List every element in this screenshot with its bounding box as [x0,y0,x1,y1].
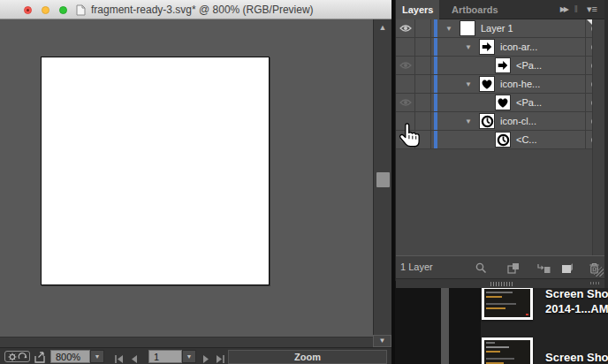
disclosure-triangle-icon[interactable]: ▼ [463,75,474,94]
visibility-toggle[interactable] [396,75,415,93]
layer-thumbnail[interactable] [479,113,495,129]
eye-icon [399,24,412,33]
layer-thumbnail[interactable] [479,39,495,55]
file-thumbnail[interactable] [482,286,533,320]
new-sublayer-icon[interactable] [537,262,551,277]
new-layer-icon[interactable] [561,262,573,277]
disclosure-triangle-icon[interactable]: ▼ [463,38,474,57]
locate-object-icon[interactable] [475,262,487,277]
export-icon[interactable] [34,351,46,364]
panel-scrollbar-track[interactable] [592,19,604,255]
heart-icon [481,79,493,90]
layer-row[interactable]: ▼ icon-ar... [396,38,604,57]
document-icon [76,4,86,19]
layer-name[interactable]: icon-he... [500,79,540,89]
artboard[interactable] [41,57,270,285]
panel-edge [604,0,608,288]
layer-row[interactable]: ▼ Layer 1 [396,19,604,38]
panel-menu-icon[interactable]: ▾≡ [587,0,597,19]
layer-name[interactable]: <Pa... [516,97,542,108]
workspace-gear-button[interactable] [4,351,30,362]
canvas-area[interactable] [0,19,373,337]
desktop-file-item[interactable]: Screen Shot 2014-1...AM [482,286,608,336]
layer-row[interactable]: <Pa... [396,94,604,112]
layer-name[interactable]: icon-ar... [500,42,537,52]
selection-bar [434,94,437,111]
panel-tab-bar: Layers Artboards ▶▶ ‖ ▾≡ [396,0,604,19]
last-artboard-button[interactable] [215,352,226,361]
tab-artboards[interactable]: Artboards [445,0,505,19]
file-name[interactable]: Screen Shot 2014-1...AM [545,286,608,316]
collapse-panels-icon[interactable]: ▶▶ [560,0,567,19]
visibility-toggle[interactable] [396,57,415,74]
zoom-level-field[interactable]: 800% [50,350,90,363]
current-tool-status[interactable]: Zoom [228,350,387,364]
layer-thumbnail[interactable] [495,57,511,73]
panel-resize-grip[interactable] [594,267,604,277]
horizontal-scrollbar[interactable] [0,337,373,347]
artboard-dropdown-button[interactable]: ▼ [182,350,196,363]
layers-list: ▼ Layer 1 ▼ icon-ar... [396,19,604,149]
layer-row[interactable]: <C... [396,131,604,149]
finder-window-fragment [391,281,481,364]
layer-name[interactable]: <Pa... [516,60,542,71]
layer-thumbnail[interactable] [479,76,495,92]
lock-toggle[interactable] [415,19,431,37]
disclosure-triangle-icon[interactable]: ▼ [444,19,454,38]
vertical-scrollbar[interactable]: ▲ ▼ [373,19,391,347]
selection-bar [434,19,437,37]
minimize-button[interactable] [42,6,49,14]
layer-thumbnail[interactable] [460,20,475,36]
arrow-right-icon [481,41,493,53]
illustrator-document-window: fragment-ready-3.svg* @ 800% (RGB/Previe… [0,0,395,364]
visibility-toggle[interactable] [396,94,415,111]
file-name[interactable]: Screen Shot [545,350,608,364]
gears-icon [8,353,27,361]
visibility-toggle[interactable] [396,19,415,37]
close-button[interactable] [24,6,32,14]
lock-toggle[interactable] [415,38,431,56]
make-clipping-mask-icon[interactable] [507,262,520,277]
artboard-number-field[interactable]: 1 [148,350,182,363]
visibility-toggle[interactable] [396,38,415,56]
layer-row[interactable]: ▼ icon-cl... [396,112,604,131]
layer-name[interactable]: Layer 1 [481,23,513,34]
heart-icon [497,97,509,109]
layers-panel-footer: 1 Layer [396,255,604,278]
selection-bar [434,75,437,93]
window-titlebar[interactable]: fragment-ready-3.svg* @ 800% (RGB/Previe… [0,0,391,19]
selection-bar [434,131,437,148]
drag-dots-icon [590,282,599,284]
tab-layers[interactable]: Layers [396,0,439,19]
status-bar: 800% ▼ 1 ▼ Zoom [0,347,391,364]
layer-name[interactable]: icon-cl... [500,116,536,126]
layer-thumbnail[interactable] [495,95,511,110]
previous-artboard-button[interactable] [129,352,141,361]
layers-panel: Layers Artboards ▶▶ ‖ ▾≡ ▼ Layer 1 [396,0,608,288]
vertical-scrollbar-thumb[interactable] [376,172,390,187]
disclosure-triangle-icon[interactable]: ▼ [463,112,474,131]
zoom-window-button[interactable] [59,6,67,14]
lock-toggle[interactable] [415,57,431,74]
eye-icon-dim [399,98,412,107]
hand-pointer-cursor [399,122,422,155]
next-artboard-button[interactable] [201,352,213,361]
zoom-dropdown-button[interactable]: ▼ [90,350,104,363]
layer-name[interactable]: <C... [516,134,537,145]
layer-row[interactable]: ▼ icon-he... [396,75,604,94]
panel-resize-handle[interactable] [396,278,608,288]
file-thumbnail[interactable] [482,337,533,364]
layer-thumbnail[interactable] [495,132,511,148]
selection-bar [434,112,437,130]
finder-scrollbar[interactable] [441,288,449,364]
layer-row[interactable]: <Pa... [396,57,604,75]
header-separator: ‖ [574,0,578,19]
lock-toggle[interactable] [415,94,431,111]
eye-icon-dim [399,61,412,70]
desktop-file-item[interactable]: Screen Shot [482,337,608,364]
scroll-down-arrow-icon[interactable]: ▼ [373,335,391,347]
clock-icon [497,133,510,147]
scroll-up-arrow-icon[interactable]: ▲ [374,22,391,33]
lock-toggle[interactable] [415,75,431,93]
first-artboard-button[interactable] [113,352,125,361]
